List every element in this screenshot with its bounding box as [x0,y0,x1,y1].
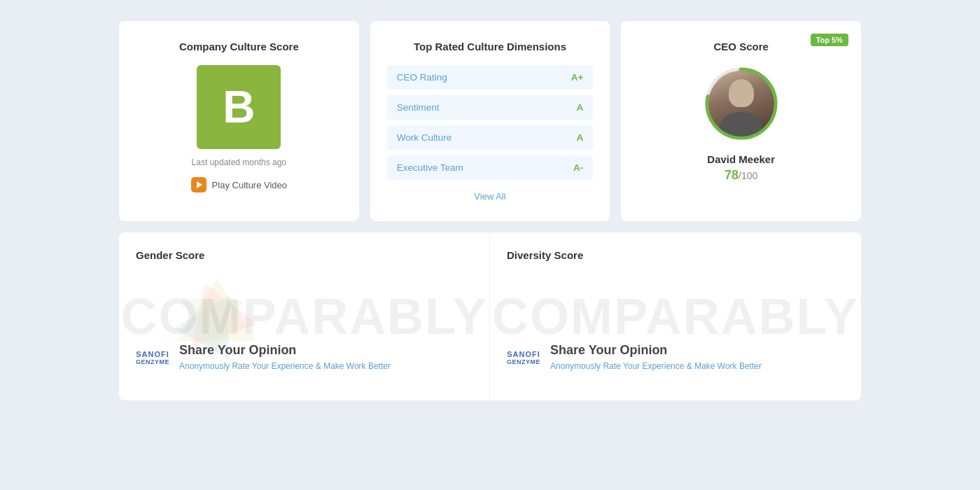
top-cards-grid: Company Culture Score B Last updated mon… [119,21,861,221]
diversity-opinion-heading: Share Your Opinion [550,343,762,358]
sanofi-logo-gender: SANOFI GENZYME [136,350,169,365]
gender-opinion-heading: Share Your Opinion [179,343,391,358]
dimension-item-sentiment[interactable]: Sentiment A [387,95,594,120]
view-all-button[interactable]: View All [387,191,594,202]
sanofi-top-diversity: SANOFI [507,350,540,358]
last-updated-text: Last updated months ago [136,158,342,167]
diversity-opinion-text: Share Your Opinion Anonymously Rate Your… [550,343,762,372]
sanofi-logo-diversity: SANOFI GENZYME [507,350,540,365]
diversity-score-title: Diversity Score [507,249,844,261]
ceo-score-number: 78 [724,168,738,182]
grade-square: B [197,65,281,149]
ceo-score-card: CEO Score Top 5% David Meeker 78/100 [621,21,861,221]
top-rated-card: Top Rated Culture Dimensions CEO Rating … [370,21,610,221]
top-rated-title: Top Rated Culture Dimensions [387,41,594,52]
ceo-avatar-wrap [638,65,844,142]
ceo-name: David Meeker [638,153,844,165]
gender-opinion-text: Share Your Opinion Anonymously Rate Your… [179,343,391,372]
dimension-name-execteam: Executive Team [397,162,463,173]
ceo-score-denom: /100 [738,170,757,181]
diversity-score-card: Diversity Score COMPARABLY SANOFI GENZYM… [490,232,861,400]
gender-score-title: Gender Score [136,249,472,261]
dimension-list: CEO Rating A+ Sentiment A Work Culture A… [387,65,594,180]
ceo-photo-inner [708,71,774,136]
bottom-cards-grid: Gender Score COMPARABLY SANOFI GENZYME S… [119,232,861,400]
play-video-label: Play Culture Video [212,180,287,190]
gender-opinion-content: SANOFI GENZYME Share Your Opinion Anonym… [136,343,472,372]
dimension-grade-execteam: A- [573,162,583,173]
gender-opinion-sub: Anonymously Rate Your Experience & Make … [179,360,391,372]
diversity-opinion-content: SANOFI GENZYME Share Your Opinion Anonym… [507,343,844,372]
watermark-diversity: COMPARABLY [492,288,859,345]
play-video-button[interactable]: Play Culture Video [136,177,342,192]
dimension-name-ceo: CEO Rating [397,72,447,83]
gender-score-card: Gender Score COMPARABLY SANOFI GENZYME S… [119,232,490,400]
dimension-name-workculture: Work Culture [397,132,452,143]
company-culture-card: Company Culture Score B Last updated mon… [119,21,359,221]
dimension-grade-sentiment: A [577,102,584,113]
dimension-item-execteam[interactable]: Executive Team A- [387,155,594,180]
dimension-item-ceo[interactable]: CEO Rating A+ [387,65,594,90]
sanofi-top-gender: SANOFI [136,350,169,358]
culture-score-title: Company Culture Score [136,41,342,52]
sanofi-bottom-diversity: GENZYME [507,358,540,365]
diversity-opinion-sub: Anonymously Rate Your Experience & Make … [550,360,762,372]
sanofi-bottom-gender: GENZYME [136,358,169,365]
ceo-score-display: 78/100 [638,168,844,183]
dimension-name-sentiment: Sentiment [397,102,440,113]
dimension-grade-ceo: A+ [571,72,584,83]
dimension-grade-workculture: A [577,132,584,143]
top5-badge: Top 5% [811,34,848,46]
grade-letter: B [223,85,255,130]
play-icon [191,177,206,192]
dimension-item-workculture[interactable]: Work Culture A [387,125,594,150]
grade-block: B [136,65,342,149]
ceo-circle [703,65,780,142]
ceo-photo [708,71,774,136]
